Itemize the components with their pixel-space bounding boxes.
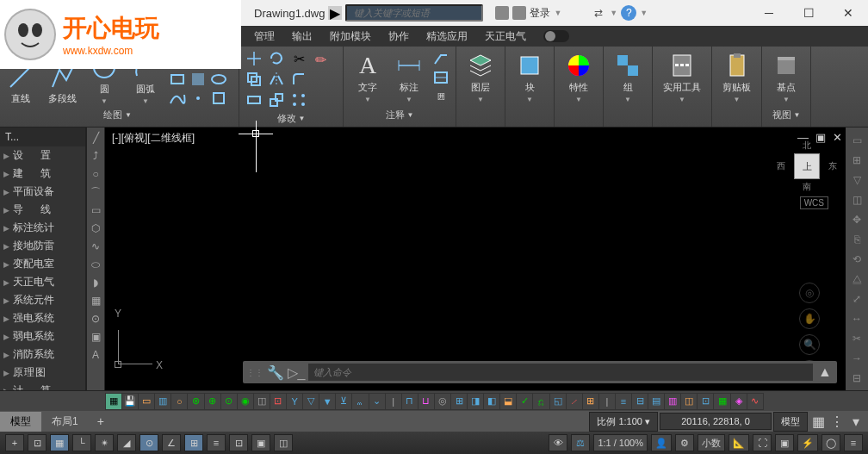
ir-btn[interactable]: ○ <box>170 393 188 410</box>
sb-snap-icon[interactable]: ⊡ <box>28 434 46 451</box>
canvas-close-icon[interactable]: ✕ <box>833 131 842 144</box>
tree-item-tangent-elec[interactable]: ▶天正电气 <box>0 273 85 291</box>
ir-btn[interactable]: ⊓ <box>401 393 418 410</box>
view-label[interactable]: [-][俯视][二维线框] <box>112 131 195 146</box>
help-icon[interactable]: ? <box>621 5 636 21</box>
ir-btn[interactable]: ▥ <box>664 393 681 410</box>
ir-btn[interactable]: ▦ <box>713 393 730 410</box>
ir-btn[interactable]: ⎌ <box>532 393 549 410</box>
search-input[interactable] <box>345 4 483 22</box>
ir-btn[interactable]: ✓ <box>516 393 533 410</box>
panel-draw-title[interactable]: 绘图▼ <box>2 107 233 123</box>
panel-annotation-title[interactable]: 注释▼ <box>349 107 450 123</box>
exchange-icon[interactable]: ⇄ <box>591 5 606 21</box>
tab-layout1[interactable]: 布局1 <box>41 412 89 432</box>
mtext-icon[interactable]: 囲 <box>431 88 450 105</box>
rp-zoom-window-icon[interactable]: ▭ <box>847 131 866 149</box>
spline-icon[interactable] <box>168 90 187 107</box>
rotate-icon[interactable] <box>267 50 286 67</box>
panel-view-title[interactable]: 视图▼ <box>767 107 805 123</box>
rp-trim-icon[interactable]: ✂ <box>847 329 866 347</box>
ir-btn[interactable]: ⬓ <box>499 393 517 410</box>
ir-btn[interactable]: ⊞ <box>450 393 468 410</box>
ir-btn[interactable]: ⊻ <box>335 393 352 410</box>
status-menu-icon[interactable]: ▾ <box>847 413 865 430</box>
sb-anno-scale-icon[interactable]: ⚖ <box>571 434 590 451</box>
rp-filter-icon[interactable]: ▽ <box>847 171 866 189</box>
ir-btn[interactable]: ⊡ <box>697 393 714 410</box>
maximize-button[interactable]: ☐ <box>789 0 828 26</box>
menu-toggle[interactable] <box>543 30 569 42</box>
mirror-icon[interactable] <box>267 71 286 88</box>
search-play-icon[interactable]: ▶ <box>328 6 342 20</box>
ir-btn[interactable]: ▽ <box>302 393 319 410</box>
tab-featured[interactable]: 精选应用 <box>418 27 476 47</box>
tab-addon[interactable]: 附加模块 <box>321 27 380 47</box>
status-model-button[interactable]: 模型 <box>773 412 808 432</box>
block-button[interactable]: 块 ▼ <box>511 50 549 123</box>
tab-collab[interactable]: 协作 <box>380 27 418 47</box>
properties-button[interactable]: 特性 ▼ <box>560 50 598 123</box>
rp-move-icon[interactable]: ✥ <box>847 210 866 228</box>
sb-config-icon[interactable]: ⚙ <box>675 434 694 451</box>
add-layout-button[interactable]: + <box>89 412 113 431</box>
array-icon[interactable] <box>289 91 308 109</box>
command-handle[interactable]: ⋮⋮ <box>246 368 264 377</box>
ir-btn[interactable]: | <box>385 393 402 410</box>
rp-stretch-icon[interactable]: ↔ <box>847 309 866 327</box>
ir-btn[interactable]: 💾 <box>121 393 139 410</box>
tc-line-icon[interactable]: ╱ <box>87 129 104 146</box>
tc-hatch-icon[interactable]: ▦ <box>87 292 104 309</box>
tree-item-substation[interactable]: ▶变配电室 <box>0 255 85 273</box>
sb-max-icon[interactable]: ⛶ <box>753 434 772 451</box>
ir-btn[interactable]: ◎ <box>434 393 451 410</box>
group-button[interactable]: 组 ▼ <box>609 50 647 123</box>
ir-btn[interactable]: Y <box>286 393 303 410</box>
sb-plus-icon[interactable]: + <box>5 434 24 451</box>
tree-item-calc[interactable]: ▶计 算 <box>0 382 85 390</box>
ir-btn[interactable]: | <box>598 393 616 410</box>
rp-scale-icon[interactable]: ⤢ <box>847 289 866 308</box>
point-icon[interactable] <box>189 90 208 107</box>
ir-btn[interactable]: ◨ <box>467 393 484 410</box>
tree-item-wire[interactable]: ▶导 线 <box>0 201 85 219</box>
person-icon[interactable] <box>512 6 526 20</box>
tab-manage[interactable]: 管理 <box>245 27 283 47</box>
tree-item-plane-device[interactable]: ▶平面设备 <box>0 183 85 201</box>
ir-btn[interactable]: ⊙ <box>220 393 238 410</box>
tc-region-icon[interactable]: ▣ <box>87 328 104 345</box>
ir-btn[interactable]: ▥ <box>154 393 171 410</box>
dimension-button[interactable]: 标注 ▼ <box>390 50 428 107</box>
layers-button[interactable]: 图层 ▼ <box>462 50 499 123</box>
tc-rect-icon[interactable]: ▭ <box>87 202 104 219</box>
utilities-button[interactable]: 实用工具 ▼ <box>658 50 706 123</box>
command-expand-icon[interactable]: ▲ <box>816 364 834 381</box>
ir-btn[interactable]: ▦ <box>105 393 122 410</box>
sb-person-icon[interactable]: 👤 <box>651 434 672 451</box>
tc-ellipse-icon[interactable]: ⬭ <box>87 256 104 273</box>
base-button[interactable]: 基点 ▼ <box>767 50 805 107</box>
region-icon[interactable] <box>209 90 228 107</box>
ir-btn[interactable]: ∿ <box>747 393 764 410</box>
ir-btn[interactable]: ◫ <box>680 393 698 410</box>
sb-iso-select-icon[interactable]: ▣ <box>775 434 794 451</box>
command-input[interactable] <box>308 364 813 381</box>
tc-point-icon[interactable]: ⊙ <box>87 310 104 327</box>
ellipse-icon[interactable] <box>209 71 228 88</box>
sb-ortho-icon[interactable]: └ <box>72 434 91 451</box>
ir-btn[interactable]: ▤ <box>648 393 665 410</box>
sb-clean-icon[interactable]: ◯ <box>822 434 840 451</box>
ir-btn[interactable]: ▼ <box>319 393 336 410</box>
ir-btn[interactable]: ◧ <box>483 393 500 410</box>
sb-hw-icon[interactable]: ⚡ <box>797 434 818 451</box>
leader-icon[interactable] <box>431 50 450 67</box>
tree-item-setting[interactable]: ▶设 置 <box>0 146 85 165</box>
sb-sc-icon[interactable]: ◫ <box>274 434 293 451</box>
nav-zoom-icon[interactable]: 🔍 <box>799 334 820 355</box>
rp-break-icon[interactable]: ⊟ <box>847 369 866 387</box>
ir-btn[interactable]: ⊡ <box>270 393 287 410</box>
ir-btn[interactable]: ▭ <box>138 393 155 410</box>
sb-customize-icon[interactable]: ≡ <box>844 434 863 451</box>
ir-btn[interactable]: ≡ <box>615 393 632 410</box>
panel-modify-title[interactable]: 修改▼ <box>245 110 338 127</box>
